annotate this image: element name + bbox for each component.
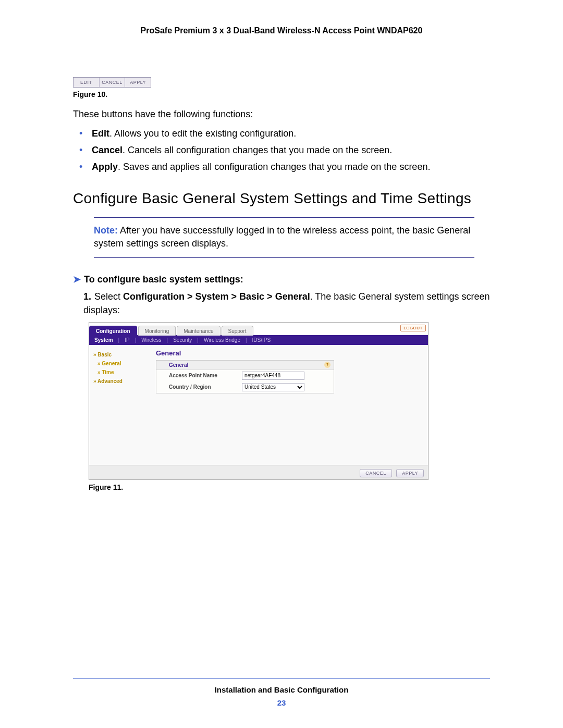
note-text: After you have successfully logged in to… [94, 225, 470, 249]
subnav-security[interactable]: Security [172, 337, 193, 343]
document-page: ProSafe Premium 3 x 3 Dual-Band Wireless… [0, 0, 563, 728]
country-region-select[interactable]: United States [242, 383, 304, 391]
list-item: Edit. Allows you to edit the existing co… [89, 127, 490, 141]
figure10-caption: Figure 10. [73, 90, 490, 98]
subnav-wireless-bridge[interactable]: Wireless Bridge [203, 337, 241, 343]
separator: | [134, 337, 138, 343]
ui-subnav: System| IP| Wireless| Security| Wireless… [89, 335, 428, 345]
row-country-region: Country / Region United States [156, 381, 334, 393]
logout-button[interactable]: LOGOUT [400, 325, 426, 331]
figure10-buttonbar: EDIT CANCEL APPLY [73, 77, 151, 88]
box-header: General ? [156, 361, 334, 370]
ui-screenshot: Configuration Monitoring Maintenance Sup… [89, 322, 429, 480]
sidebar-label: General [102, 361, 121, 366]
sidebar-item-general[interactable]: » General [93, 359, 145, 368]
sidebar-label: Time [102, 369, 114, 375]
list-item: Cancel. Cancels all configuration change… [89, 143, 490, 158]
step-1: 1.Select Configuration > System > Basic … [83, 290, 490, 316]
sidebar-item-time[interactable]: » Time [93, 368, 145, 377]
procedure-title: To configure basic system settings: [84, 274, 243, 285]
separator: | [196, 337, 200, 343]
tab-configuration[interactable]: Configuration [89, 326, 137, 336]
edit-button[interactable]: EDIT [74, 78, 100, 87]
button-functions-list: Edit. Allows you to edit the existing co… [73, 127, 490, 175]
cancel-button[interactable]: CANCEL [360, 469, 392, 477]
label-ap-name: Access Point Name [169, 373, 242, 378]
tab-monitoring[interactable]: Monitoring [138, 326, 176, 336]
separator: | [244, 337, 248, 343]
tab-maintenance[interactable]: Maintenance [177, 326, 220, 336]
bullet-bold: Apply [92, 162, 118, 172]
subnav-system[interactable]: System [93, 337, 114, 343]
figure11-caption: Figure 11. [89, 483, 490, 491]
separator: | [117, 337, 121, 343]
sidebar-label: Advanced [97, 378, 123, 384]
subnav-ip[interactable]: IP [124, 337, 130, 343]
step-number: 1. [83, 291, 91, 302]
apply-button[interactable]: APPLY [125, 78, 151, 87]
sidebar-label: Basic [97, 352, 112, 357]
ui-footer: CANCEL APPLY [89, 465, 428, 479]
bullet-text: . Saves and applies all configuration ch… [118, 162, 430, 172]
ui-sidebar: » Basic » General » Time » Advanced [89, 345, 150, 465]
separator: | [166, 337, 169, 343]
help-icon[interactable]: ? [324, 362, 331, 368]
panel-title: General [156, 349, 422, 357]
apply-button[interactable]: APPLY [396, 469, 424, 477]
note-label: Note: [94, 225, 118, 236]
ui-body: » Basic » General » Time » Advanced Gene… [89, 345, 428, 465]
procedure-heading: ➤To configure basic system settings: [73, 274, 490, 285]
bullet-text: . Allows you to edit the existing config… [109, 128, 296, 139]
list-item: Apply. Saves and applies all configurati… [89, 160, 490, 175]
footer-rule [73, 678, 490, 679]
ui-main: General General ? Access Point Name Coun… [150, 345, 428, 465]
cancel-button[interactable]: CANCEL [100, 78, 126, 87]
access-point-name-input[interactable] [242, 372, 304, 380]
chevron-icon: ➤ [73, 274, 81, 285]
subnav-ids-ips[interactable]: IDS/IPS [251, 337, 272, 343]
box-title: General [169, 362, 188, 368]
note-block: Note: After you have successfully logged… [94, 217, 474, 258]
settings-box: General ? Access Point Name Country / Re… [156, 360, 334, 393]
bullet-text: . Cancels all configuration changes that… [123, 145, 392, 155]
step-select-label: Select [94, 291, 123, 302]
footer-title: Installation and Basic Configuration [0, 685, 563, 694]
bullet-bold: Cancel [92, 145, 123, 155]
bullet-bold: Edit [92, 128, 109, 139]
section-heading: Configure Basic General System Settings … [73, 190, 490, 207]
tab-support[interactable]: Support [222, 326, 253, 336]
row-access-point-name: Access Point Name [156, 370, 334, 381]
label-country: Country / Region [169, 384, 242, 390]
sidebar-group-advanced[interactable]: » Advanced [93, 377, 145, 386]
ui-tabs: Configuration Monitoring Maintenance Sup… [89, 323, 428, 335]
step-path: Configuration > System > Basic > General [123, 291, 310, 302]
intro-paragraph: These buttons have the following functio… [73, 108, 490, 120]
document-header: ProSafe Premium 3 x 3 Dual-Band Wireless… [73, 26, 490, 35]
subnav-wireless[interactable]: Wireless [140, 337, 162, 343]
page-number: 23 [0, 698, 563, 707]
document-footer: Installation and Basic Configuration 23 [0, 678, 563, 707]
sidebar-group-basic[interactable]: » Basic [93, 350, 145, 359]
